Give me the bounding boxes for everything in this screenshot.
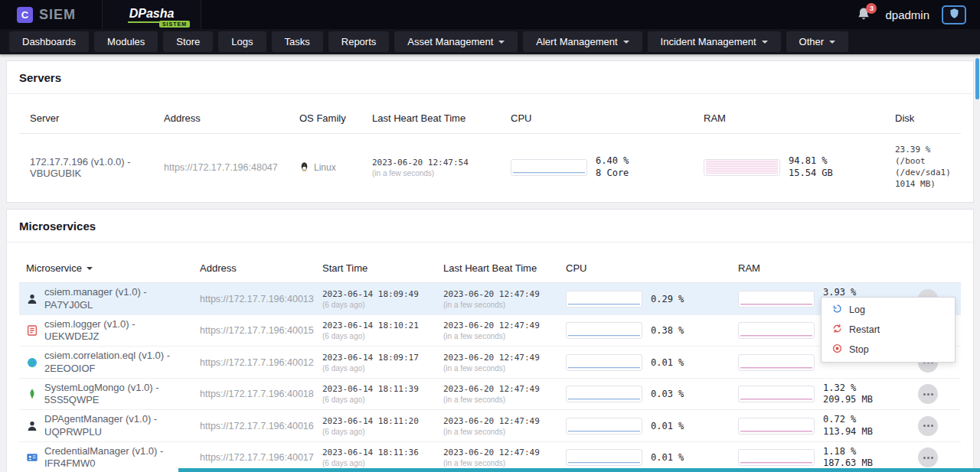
- microservice-address: https://172.17.7.196:40017: [200, 452, 322, 463]
- heartbeat-relative: (in a few seconds): [443, 396, 566, 404]
- caret-down-icon: [829, 41, 835, 44]
- servers-title: Servers: [7, 61, 973, 94]
- microservice-address: https://172.17.7.196:40015: [200, 325, 322, 336]
- start-time-relative: (6 days ago): [322, 364, 443, 373]
- menu-item-stop[interactable]: Stop: [822, 340, 955, 360]
- top-bar: C SIEM DPasha SISTEM 3 dpadmin: [0, 0, 980, 29]
- server-address: https://172.17.7.196:48047: [164, 162, 299, 173]
- cpu-sparkline: [511, 159, 587, 176]
- start-time: 2023-06-14 18:10:21: [322, 321, 443, 330]
- col-ram: RAM: [738, 262, 895, 274]
- cpu-sparkline: [566, 418, 642, 435]
- microservice-address: https://172.17.7.196:40016: [200, 421, 322, 431]
- cpu-sparkline: [566, 354, 642, 371]
- ram-sparkline: [738, 291, 815, 308]
- heartbeat-time: 2023-06-20 12:47:49: [443, 448, 566, 457]
- nav-asset-management[interactable]: Asset Management: [394, 31, 518, 52]
- menu-item-log[interactable]: Log: [822, 300, 955, 320]
- microservice-name[interactable]: csiem.correlation.eql (v1.0) - 2EEOOIOF: [44, 350, 189, 375]
- table-row: DPAgentManager (v1.0) - UQPRWPLU https:/…: [19, 410, 961, 442]
- microservice-address: https://172.17.7.196:40018: [200, 389, 322, 399]
- cpu-percent: 0.01 %: [651, 452, 684, 463]
- ram-sparkline: [738, 418, 815, 435]
- caret-down-icon: [498, 41, 505, 44]
- microservices-title: Microservices: [7, 210, 973, 243]
- nav-modules[interactable]: Modules: [94, 31, 158, 52]
- nav-incident-management[interactable]: Incident Management: [648, 31, 781, 52]
- start-time: 2023-06-14 18:11:36: [322, 448, 443, 457]
- vertical-scrollbar-thumb[interactable]: [975, 58, 979, 99]
- notifications-button[interactable]: 3: [856, 6, 873, 23]
- microservice-address: https://172.17.7.196:40013: [200, 294, 322, 304]
- disk-detail: (/boot (/dev/sda1) 1014 MB): [895, 156, 961, 190]
- csiem-logo-icon: C: [17, 7, 33, 23]
- ram-mb: 209.95 MB: [823, 394, 873, 406]
- col-address: Address: [200, 262, 322, 274]
- ram-total: 15.54 GB: [789, 168, 833, 180]
- microservice-address: https://172.17.7.196:40012: [200, 357, 322, 368]
- start-time: 2023-06-14 18:09:17: [322, 353, 443, 363]
- table-row: csiem.manager (v1.0) - PA7YJ0GL https://…: [19, 283, 961, 315]
- heartbeat-time: 2023-06-20 12:47:54: [372, 158, 511, 168]
- heartbeat-relative: (in a few seconds): [443, 428, 566, 436]
- history-icon: [832, 304, 842, 316]
- heartbeat-relative: (in a few seconds): [443, 332, 566, 340]
- ram-sparkline: [738, 322, 815, 339]
- col-server: Server: [19, 112, 164, 124]
- cpu-percent: 6.40 %: [596, 155, 629, 168]
- server-name[interactable]: 172.17.7.196 (v1.0.0) - VBUGUBIK: [19, 156, 164, 179]
- ram-mb: 113.94 MB: [823, 426, 873, 438]
- user-icon: [26, 293, 38, 305]
- nav-alert-management[interactable]: Alert Management: [523, 31, 642, 52]
- nav-tasks[interactable]: Tasks: [272, 31, 323, 52]
- heartbeat-time: 2023-06-20 12:47:49: [443, 289, 566, 299]
- col-start-time: Start Time: [322, 262, 443, 274]
- servers-card: Servers Server Address OS Family Last He…: [6, 60, 974, 203]
- ram-sparkline: [738, 386, 815, 402]
- heartbeat-time: 2023-06-20 12:47:49: [443, 384, 566, 394]
- microservice-name[interactable]: SystemLogMongo (v1.0) - 5SS5QWPE: [44, 382, 189, 407]
- row-actions-button[interactable]: [918, 384, 938, 404]
- ram-percent: 1.18 %: [823, 446, 873, 458]
- col-ram: RAM: [704, 112, 895, 124]
- nav-dashboards[interactable]: Dashboards: [9, 31, 89, 52]
- nav-other[interactable]: Other: [786, 31, 849, 52]
- cpu-percent: 0.01 %: [651, 421, 684, 431]
- start-time-relative: (6 days ago): [322, 459, 443, 467]
- menu-item-restart[interactable]: Restart: [822, 320, 955, 340]
- col-heartbeat: Last Heart Beat Time: [443, 262, 566, 274]
- col-disk: Disk: [895, 112, 961, 124]
- nav-logs[interactable]: Logs: [218, 31, 266, 52]
- cpu-percent: 0.38 %: [651, 325, 684, 336]
- row-actions-button[interactable]: [918, 448, 938, 467]
- table-row: 172.17.7.196 (v1.0.0) - VBUGUBIK https:/…: [19, 134, 961, 202]
- mongo-leaf-icon: [26, 388, 38, 400]
- linux-icon: [299, 161, 309, 174]
- col-microservice-sort[interactable]: Microservice: [19, 262, 200, 274]
- start-time: 2023-06-14 18:09:49: [322, 289, 443, 299]
- cpu-percent: 0.29 %: [651, 294, 684, 304]
- microservice-name[interactable]: CredentialManager (v1.0) - IFR4FMW0: [44, 445, 189, 470]
- cpu-sparkline: [566, 291, 642, 308]
- nav-store[interactable]: Store: [163, 31, 213, 52]
- horizontal-scrollbar[interactable]: [178, 468, 980, 472]
- row-actions-menu: Log Restart Stop: [821, 297, 956, 363]
- heartbeat-time: 2023-06-20 12:47:49: [443, 353, 566, 363]
- security-shield-button[interactable]: [942, 5, 966, 24]
- start-time-relative: (6 days ago): [322, 332, 443, 340]
- ram-percent: 94.81 %: [789, 155, 833, 168]
- microservice-name[interactable]: DPAgentManager (v1.0) - UQPRWPLU: [44, 413, 189, 438]
- ram-percent: 1.32 %: [823, 382, 873, 395]
- shield-icon: [949, 8, 960, 21]
- start-time-relative: (6 days ago): [322, 301, 443, 309]
- username-label[interactable]: dpadmin: [885, 8, 929, 21]
- microservice-name[interactable]: csiem.manager (v1.0) - PA7YJ0GL: [44, 286, 189, 311]
- row-actions-button[interactable]: [918, 416, 938, 436]
- nav-reports[interactable]: Reports: [328, 31, 390, 52]
- microservice-name[interactable]: csiem.logger (v1.0) - UEKWDEJZ: [44, 318, 189, 343]
- os-family-label: Linux: [314, 162, 336, 173]
- restart-icon: [832, 324, 842, 336]
- heartbeat-relative: (in a few seconds): [443, 301, 566, 309]
- csiem-logo: C SIEM: [0, 7, 76, 23]
- start-time: 2023-06-14 18:11:20: [322, 416, 443, 426]
